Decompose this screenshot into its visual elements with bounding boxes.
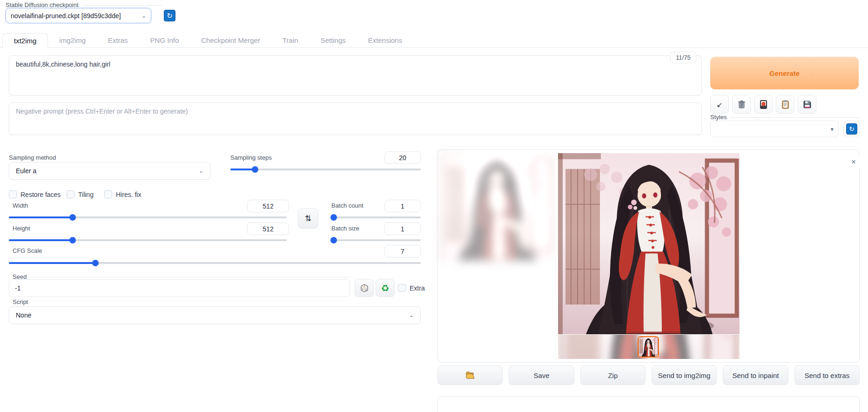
width-input[interactable]: 512 <box>247 200 289 212</box>
send-to-img2img-button[interactable]: Send to img2img <box>652 365 717 385</box>
checkbox-box[interactable] <box>104 190 112 198</box>
tab-txt2img[interactable]: txt2img <box>2 33 48 48</box>
generated-image-art <box>639 337 658 357</box>
tab-extensions[interactable]: Extensions <box>357 33 413 47</box>
hires-fix-checkbox[interactable]: Hires. fix <box>104 190 141 198</box>
checkpoint-refresh-button[interactable]: ↻ <box>164 10 175 21</box>
width-label: Width <box>13 202 28 209</box>
slider-thumb[interactable] <box>69 214 76 221</box>
generated-image[interactable] <box>558 153 740 334</box>
flower-card-icon <box>760 100 767 109</box>
negative-prompt-input[interactable] <box>9 102 702 135</box>
chevron-down-icon: ⌄ <box>199 168 203 174</box>
slider-thumb[interactable] <box>330 214 337 221</box>
sampling-method-value: Euler a <box>16 167 36 175</box>
swap-arrows-icon: ⇅ <box>305 215 311 223</box>
tab-train[interactable]: Train <box>271 33 310 47</box>
checkpoint-value: novelaifinal-pruned.ckpt [89d59c3dde] <box>11 12 141 20</box>
save-style-button[interactable] <box>798 95 816 114</box>
label-rule <box>730 117 860 118</box>
gallery-blurred-preview <box>441 154 552 260</box>
tiling-checkbox[interactable]: Tiling <box>67 190 94 198</box>
batch-size-input[interactable]: 1 <box>384 223 421 235</box>
save-button[interactable]: Save <box>509 365 574 385</box>
swap-width-height-button[interactable]: ⇅ <box>298 208 318 229</box>
checkpoint-label: Stable Diffusion checkpoint <box>6 1 79 8</box>
cfg-scale-label: CFG Scale <box>13 247 42 254</box>
batch-count-input[interactable]: 1 <box>384 200 421 212</box>
generated-image-art <box>558 153 740 334</box>
batch-count-slider[interactable] <box>331 214 421 221</box>
height-label: Height <box>13 225 30 232</box>
slider-thumb[interactable] <box>330 237 337 243</box>
script-label: Script <box>13 298 28 305</box>
seed-input[interactable] <box>9 279 350 297</box>
close-icon: × <box>851 158 856 166</box>
tiling-label: Tiling <box>78 191 94 198</box>
sampling-steps-label: Sampling steps <box>230 154 272 161</box>
seed-extra-label: Extra <box>410 284 425 292</box>
sampling-steps-input[interactable]: 20 <box>384 151 421 164</box>
clear-prompt-button[interactable] <box>732 95 751 114</box>
seed-extra-checkbox[interactable]: Extra <box>398 284 425 292</box>
sampling-method-label: Sampling method <box>9 154 56 161</box>
prompt-tools-row: ↙ <box>710 95 816 114</box>
styles-refresh-button[interactable]: ↻ <box>843 121 860 137</box>
caret-down-icon: ▾ <box>830 126 834 132</box>
styles-label-row: Styles <box>710 114 860 121</box>
prompt-input[interactable]: beautiful,8k,chinese,long hair,girl <box>9 55 702 95</box>
script-select[interactable]: None ⌄ <box>9 306 421 324</box>
batch-size-slider[interactable] <box>331 237 421 243</box>
chevron-down-icon: ⌄ <box>141 13 146 19</box>
height-input[interactable]: 512 <box>247 223 289 235</box>
sampling-steps-slider[interactable] <box>230 166 421 173</box>
chevron-down-icon: ⌄ <box>409 312 414 318</box>
output-actions-row: Save Zip Send to img2img Send to inpaint… <box>437 365 860 385</box>
slider-thumb[interactable] <box>69 237 76 243</box>
open-output-folder-button[interactable] <box>437 365 503 385</box>
checkbox-box[interactable] <box>67 190 74 198</box>
script-value: None <box>16 311 31 319</box>
slider-thumb[interactable] <box>252 166 258 173</box>
label-rule <box>82 5 162 6</box>
floppy-disk-icon <box>803 101 811 108</box>
label-rule <box>30 277 349 277</box>
paste-generation-params-button[interactable]: ↙ <box>710 95 729 114</box>
stable-diffusion-webui: Stable Diffusion checkpoint novelaifinal… <box>0 0 868 412</box>
generate-button[interactable]: Generate <box>710 57 859 89</box>
checkbox-box[interactable] <box>9 190 17 198</box>
trash-icon <box>738 100 746 108</box>
random-seed-button[interactable] <box>355 279 374 297</box>
apply-styles-button[interactable] <box>776 95 794 114</box>
checkpoint-select[interactable]: novelaifinal-pruned.ckpt [89d59c3dde] ⌄ <box>6 8 151 23</box>
tab-settings[interactable]: Settings <box>310 33 357 47</box>
clipboard-icon <box>782 100 789 109</box>
zip-button[interactable]: Zip <box>580 365 646 385</box>
tab-extras[interactable]: Extras <box>97 33 139 47</box>
gallery-close-button[interactable]: × <box>847 155 860 168</box>
checkbox-box[interactable] <box>398 284 406 292</box>
folder-icon <box>466 371 475 379</box>
styles-select[interactable]: ▾ <box>710 121 839 137</box>
cfg-scale-input[interactable]: 7 <box>384 245 421 257</box>
cfg-scale-slider[interactable] <box>9 260 421 266</box>
main-tabbar: txt2img img2img Extras PNG Info Checkpoi… <box>0 33 868 48</box>
hires-fix-label: Hires. fix <box>116 191 141 198</box>
generation-info-box <box>437 396 860 412</box>
reuse-seed-button[interactable]: ♻ <box>376 279 395 297</box>
send-to-extras-button[interactable]: Send to extras <box>794 365 860 385</box>
tab-checkpoint-merger[interactable]: Checkpoint Merger <box>190 33 271 47</box>
height-slider[interactable] <box>9 237 287 243</box>
extra-networks-button[interactable] <box>754 95 773 114</box>
styles-label: Styles <box>710 114 727 121</box>
sampling-method-select[interactable]: Euler a ⌄ <box>9 162 210 180</box>
width-slider[interactable] <box>9 214 287 221</box>
send-to-inpaint-button[interactable]: Send to inpaint <box>723 365 788 385</box>
tab-img2img[interactable]: img2img <box>48 33 97 47</box>
slider-thumb[interactable] <box>92 260 99 266</box>
restore-faces-checkbox[interactable]: Restore faces <box>9 190 61 198</box>
token-counter: 11/75 <box>670 52 696 63</box>
gallery-thumbnail-selected[interactable] <box>638 336 659 358</box>
generated-image-art <box>441 154 552 260</box>
tab-png-info[interactable]: PNG Info <box>139 33 190 47</box>
